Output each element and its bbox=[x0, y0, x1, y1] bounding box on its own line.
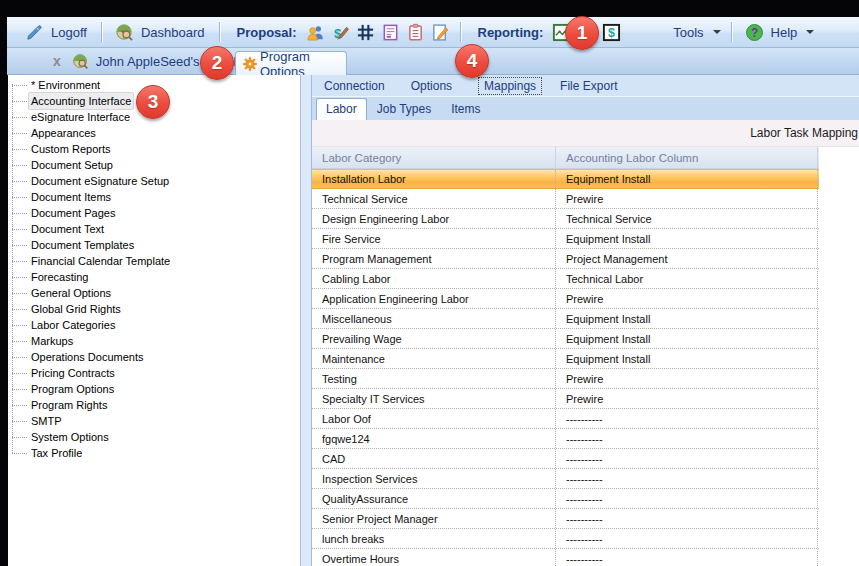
accounting-labor-column-cell[interactable]: Equipment Install bbox=[556, 170, 818, 188]
sidebar-item[interactable]: Document Items bbox=[12, 189, 170, 205]
labor-category-cell[interactable]: CAD bbox=[312, 449, 556, 468]
proposal-report-icon[interactable] bbox=[381, 23, 400, 42]
proposal-page-edit-icon[interactable] bbox=[431, 23, 450, 42]
tab-options[interactable]: Options bbox=[411, 79, 452, 93]
table-row[interactable]: QualityAssurance---------- bbox=[312, 489, 819, 509]
sidebar-item[interactable]: Forecasting bbox=[12, 269, 170, 285]
sidebar-item[interactable]: Pricing Contracts bbox=[12, 365, 170, 381]
reporting-money-icon[interactable]: $ bbox=[602, 23, 621, 42]
accounting-labor-column-cell[interactable]: ---------- bbox=[556, 469, 818, 488]
accounting-labor-column-cell[interactable]: ---------- bbox=[556, 529, 818, 548]
labor-category-cell[interactable]: Maintenance bbox=[312, 349, 556, 368]
sidebar-item[interactable]: Document eSignature Setup bbox=[12, 173, 170, 189]
sidebar-item[interactable]: Document Setup bbox=[12, 157, 170, 173]
help-menu-button[interactable]: ? Help bbox=[739, 21, 818, 44]
accounting-labor-column-cell[interactable]: Equipment Install bbox=[556, 309, 818, 328]
labor-category-cell[interactable]: Labor Oof bbox=[312, 409, 556, 428]
tab-program-options[interactable]: Program Options bbox=[235, 51, 347, 75]
sidebar-item[interactable]: Program Rights bbox=[12, 397, 170, 413]
column-header-accounting-labor-column[interactable]: Accounting Labor Column bbox=[556, 147, 818, 168]
labor-category-cell[interactable]: Prevailing Wage bbox=[312, 329, 556, 348]
subtab-job-types[interactable]: Job Types bbox=[367, 99, 441, 120]
proposal-contacts-icon[interactable] bbox=[306, 23, 325, 42]
accounting-labor-column-cell[interactable]: Prewire bbox=[556, 369, 818, 388]
table-row[interactable]: MaintenanceEquipment Install bbox=[312, 349, 819, 369]
labor-category-cell[interactable]: fgqwe124 bbox=[312, 429, 556, 448]
table-row[interactable]: Overtime Hours---------- bbox=[312, 549, 819, 566]
column-header-labor-category[interactable]: Labor Category bbox=[312, 147, 556, 168]
accounting-labor-column-cell[interactable]: ---------- bbox=[556, 429, 818, 448]
labor-category-cell[interactable]: Miscellaneous bbox=[312, 309, 556, 328]
tab-file-export[interactable]: File Export bbox=[560, 79, 617, 93]
accounting-labor-column-cell[interactable]: Equipment Install bbox=[556, 329, 818, 348]
labor-category-cell[interactable]: Installation Labor bbox=[312, 170, 556, 188]
accounting-labor-column-cell[interactable]: ---------- bbox=[556, 409, 818, 428]
logoff-button[interactable]: Logoff bbox=[19, 21, 94, 44]
subtab-labor[interactable]: Labor bbox=[316, 98, 367, 120]
sidebar-item[interactable]: Document Text bbox=[12, 221, 170, 237]
sidebar-item[interactable]: Appearances bbox=[12, 125, 170, 141]
table-row[interactable]: Installation LaborEquipment Install bbox=[312, 169, 819, 189]
labor-category-cell[interactable]: QualityAssurance bbox=[312, 489, 556, 508]
table-row[interactable]: Specialty IT ServicesPrewire bbox=[312, 389, 819, 409]
proposal-clipboard-icon[interactable] bbox=[406, 23, 425, 42]
accounting-labor-column-cell[interactable]: ---------- bbox=[556, 509, 818, 528]
sidebar-item[interactable]: Document Pages bbox=[12, 205, 170, 221]
labor-category-cell[interactable]: Specialty IT Services bbox=[312, 389, 556, 408]
table-row[interactable]: Program ManagementProject Management bbox=[312, 249, 819, 269]
accounting-labor-column-cell[interactable]: Equipment Install bbox=[556, 349, 818, 368]
sidebar-item[interactable]: Program Options bbox=[12, 381, 170, 397]
sidebar-item[interactable]: General Options bbox=[12, 285, 170, 301]
sidebar-item[interactable]: System Options bbox=[12, 429, 170, 445]
table-row[interactable]: Senior Project Manager---------- bbox=[312, 509, 819, 529]
table-row[interactable]: MiscellaneousEquipment Install bbox=[312, 309, 819, 329]
table-row[interactable]: Technical ServicePrewire bbox=[312, 189, 819, 209]
sidebar-item[interactable]: Global Grid Rights bbox=[12, 301, 170, 317]
accounting-labor-column-cell[interactable]: Technical Labor bbox=[556, 269, 818, 288]
labor-category-cell[interactable]: Design Engineering Labor bbox=[312, 209, 556, 228]
proposal-pricing-pen-icon[interactable]: $ bbox=[331, 23, 350, 42]
table-row[interactable]: CAD---------- bbox=[312, 449, 819, 469]
accounting-labor-column-cell[interactable]: Prewire bbox=[556, 389, 818, 408]
table-row[interactable]: fgqwe124---------- bbox=[312, 429, 819, 449]
labor-category-cell[interactable]: Program Management bbox=[312, 249, 556, 268]
accounting-labor-column-cell[interactable]: Prewire bbox=[556, 289, 818, 308]
labor-category-cell[interactable]: Technical Service bbox=[312, 189, 556, 208]
table-row[interactable]: Application Engineering LaborPrewire bbox=[312, 289, 819, 309]
subtab-items[interactable]: Items bbox=[441, 99, 490, 120]
accounting-labor-column-cell[interactable]: Equipment Install bbox=[556, 229, 818, 248]
table-row[interactable]: Design Engineering LaborTechnical Servic… bbox=[312, 209, 819, 229]
close-tab-icon[interactable]: x bbox=[53, 54, 61, 68]
table-row[interactable]: Labor Oof---------- bbox=[312, 409, 819, 429]
panel-splitter[interactable] bbox=[301, 75, 311, 566]
sidebar-item[interactable]: Custom Reports bbox=[12, 141, 170, 157]
labor-category-cell[interactable]: Senior Project Manager bbox=[312, 509, 556, 528]
sidebar-item[interactable]: Labor Categories bbox=[12, 317, 170, 333]
accounting-labor-column-cell[interactable]: Technical Service bbox=[556, 209, 818, 228]
accounting-labor-column-cell[interactable]: ---------- bbox=[556, 449, 818, 468]
sidebar-item[interactable]: Tax Profile bbox=[12, 445, 170, 461]
accounting-labor-column-cell[interactable]: ---------- bbox=[556, 549, 818, 566]
table-row[interactable]: Prevailing WageEquipment Install bbox=[312, 329, 819, 349]
tab-connection[interactable]: Connection bbox=[324, 79, 385, 93]
table-row[interactable]: Inspection Services---------- bbox=[312, 469, 819, 489]
table-row[interactable]: lunch breaks---------- bbox=[312, 529, 819, 549]
labor-category-cell[interactable]: Testing bbox=[312, 369, 556, 388]
labor-category-cell[interactable]: lunch breaks bbox=[312, 529, 556, 548]
tools-menu-button[interactable]: Tools bbox=[666, 23, 723, 42]
labor-category-cell[interactable]: Overtime Hours bbox=[312, 549, 556, 566]
sidebar-item[interactable]: Document Templates bbox=[12, 237, 170, 253]
table-row[interactable]: TestingPrewire bbox=[312, 369, 819, 389]
accounting-labor-column-cell[interactable]: Prewire bbox=[556, 189, 818, 208]
dashboard-button[interactable]: Dashboard bbox=[109, 21, 212, 44]
table-row[interactable]: Cabling LaborTechnical Labor bbox=[312, 269, 819, 289]
sidebar-item[interactable]: Markups bbox=[12, 333, 170, 349]
accounting-labor-column-cell[interactable]: Project Management bbox=[556, 249, 818, 268]
proposal-grid-icon[interactable] bbox=[356, 23, 375, 42]
accounting-labor-column-cell[interactable]: ---------- bbox=[556, 489, 818, 508]
labor-category-cell[interactable]: Application Engineering Labor bbox=[312, 289, 556, 308]
labor-category-cell[interactable]: Inspection Services bbox=[312, 469, 556, 488]
table-row[interactable]: Fire ServiceEquipment Install bbox=[312, 229, 819, 249]
sidebar-item[interactable]: SMTP bbox=[12, 413, 170, 429]
sidebar-item[interactable]: Operations Documents bbox=[12, 349, 170, 365]
